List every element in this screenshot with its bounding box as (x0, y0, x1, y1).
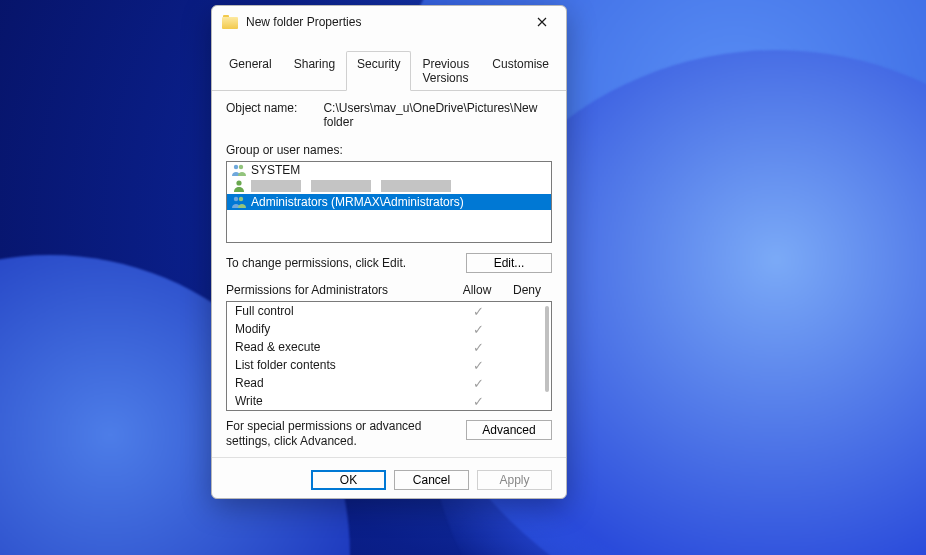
scrollbar-thumb[interactable] (545, 306, 549, 392)
list-item[interactable]: Administrators (MRMAX\Administrators) (227, 194, 551, 210)
user-icon (231, 179, 247, 193)
tab-content: Object name: C:\Users\mav_u\OneDrive\Pic… (212, 91, 566, 457)
permission-name: List folder contents (235, 358, 453, 372)
permissions-listbox[interactable]: Full control ✓ Modify ✓ Read & execute ✓… (226, 301, 552, 411)
group-icon (231, 163, 247, 177)
dialog-title: New folder Properties (246, 15, 361, 29)
redacted-text (311, 180, 371, 192)
properties-dialog: New folder Properties General Sharing Se… (211, 5, 567, 499)
check-icon: ✓ (453, 322, 503, 337)
edit-hint: To change permissions, click Edit. (226, 256, 406, 270)
permission-row: Full control ✓ (227, 302, 551, 320)
permission-name: Full control (235, 304, 453, 318)
check-icon: ✓ (453, 358, 503, 373)
tab-security[interactable]: Security (346, 51, 411, 91)
tab-previous-versions[interactable]: Previous Versions (411, 51, 481, 91)
object-name-label: Object name: (226, 101, 297, 129)
permission-row: Modify ✓ (227, 320, 551, 338)
list-item[interactable]: SYSTEM (227, 162, 551, 178)
permission-row: Write ✓ (227, 392, 551, 410)
svg-point-2 (236, 180, 241, 185)
object-name-row: Object name: C:\Users\mav_u\OneDrive\Pic… (226, 101, 552, 129)
group-icon (231, 195, 247, 209)
permission-name: Read (235, 376, 453, 390)
deny-column-header: Deny (502, 283, 552, 297)
redacted-text (251, 180, 301, 192)
edit-button[interactable]: Edit... (466, 253, 552, 273)
advanced-hint: For special permissions or advanced sett… (226, 419, 456, 449)
principal-name: SYSTEM (251, 163, 300, 177)
permission-name: Modify (235, 322, 453, 336)
permissions-for-label: Permissions for Administrators (226, 283, 452, 297)
svg-point-3 (234, 197, 238, 201)
tab-sharing[interactable]: Sharing (283, 51, 346, 91)
permission-row: Read ✓ (227, 374, 551, 392)
check-icon: ✓ (453, 340, 503, 355)
close-icon (537, 17, 547, 27)
principals-listbox[interactable]: SYSTEM Administrators (MRMAX\Administrat… (226, 161, 552, 243)
advanced-row: For special permissions or advanced sett… (226, 419, 552, 449)
folder-icon (222, 15, 238, 29)
edit-row: To change permissions, click Edit. Edit.… (226, 253, 552, 273)
check-icon: ✓ (453, 304, 503, 319)
close-button[interactable] (528, 11, 556, 33)
tab-customise[interactable]: Customise (481, 51, 560, 91)
apply-button[interactable]: Apply (477, 470, 552, 490)
group-user-names-label: Group or user names: (226, 143, 552, 157)
list-item[interactable] (227, 178, 551, 194)
permission-row: List folder contents ✓ (227, 356, 551, 374)
ok-button[interactable]: OK (311, 470, 386, 490)
permissions-header: Permissions for Administrators Allow Den… (226, 283, 552, 297)
check-icon: ✓ (453, 394, 503, 409)
tab-strip: General Sharing Security Previous Versio… (212, 50, 566, 91)
tab-general[interactable]: General (218, 51, 283, 91)
titlebar: New folder Properties (212, 6, 566, 38)
permission-name: Read & execute (235, 340, 453, 354)
check-icon: ✓ (453, 376, 503, 391)
svg-point-1 (239, 165, 243, 169)
permission-name: Write (235, 394, 453, 408)
object-name-value: C:\Users\mav_u\OneDrive\Pictures\New fol… (323, 101, 552, 129)
dialog-footer: OK Cancel Apply (212, 457, 566, 502)
permission-row: Read & execute ✓ (227, 338, 551, 356)
svg-point-0 (234, 165, 238, 169)
redacted-text (381, 180, 451, 192)
allow-column-header: Allow (452, 283, 502, 297)
cancel-button[interactable]: Cancel (394, 470, 469, 490)
advanced-button[interactable]: Advanced (466, 420, 552, 440)
svg-point-4 (239, 197, 243, 201)
principal-name: Administrators (MRMAX\Administrators) (251, 195, 464, 209)
